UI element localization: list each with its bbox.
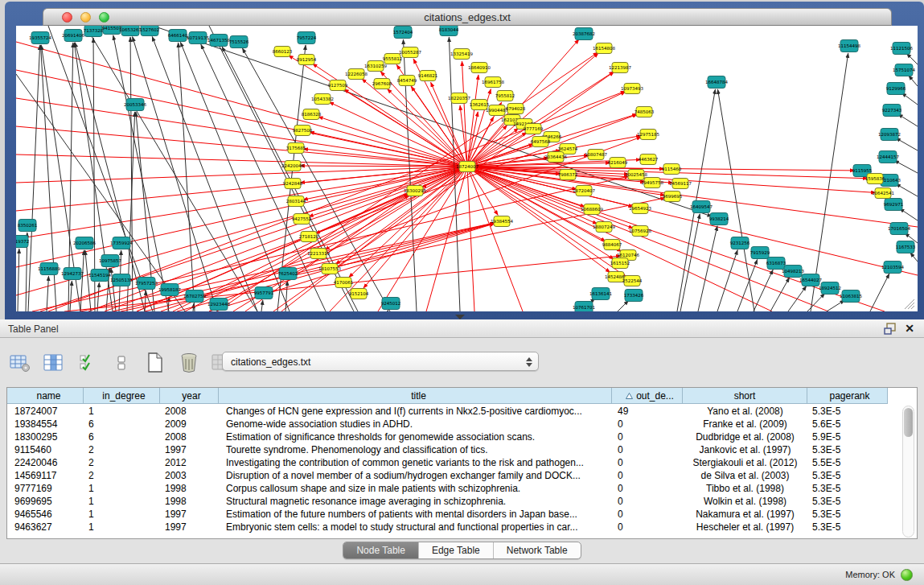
table-cell[interactable]: Dudbridge et al. (2008) [683,431,807,443]
table-cell[interactable]: Estimation of significance thresholds fo… [219,431,612,443]
table-selector[interactable]: citations_edges.txt [222,352,539,371]
table-cell[interactable]: 1 [84,495,160,508]
resize-grip-icon[interactable] [903,299,916,310]
delete-table-icon[interactable] [177,352,201,374]
table-cell[interactable]: 1 [84,482,160,495]
vertical-scrollbar[interactable] [902,406,914,538]
table-cell[interactable]: 2003 [160,469,219,482]
table-cell[interactable]: Tibbo et al. (1998) [683,482,807,495]
table-cell[interactable]: 1997 [160,443,219,456]
table-cell[interactable]: 18300295 [7,431,84,443]
table-row[interactable]: 969969511998Structural magnetic resonanc… [7,495,888,508]
table-cell[interactable]: Hescheler et al. (1997) [683,521,807,534]
table-cell[interactable]: Tourette syndrome. Phenomenology and cla… [219,443,612,456]
table-row[interactable]: 1938455462009Genome-wide association stu… [7,418,888,431]
table-cell[interactable]: 0 [612,443,683,456]
table-cell[interactable]: 9777169 [7,482,84,495]
table-cell[interactable]: 6 [84,418,160,431]
table-cell[interactable]: Franke et al. (2009) [683,418,807,431]
table-cell[interactable]: 5.3E-5 [807,469,888,482]
table-cell[interactable]: 2 [84,456,160,469]
row-height-icon[interactable] [109,352,133,374]
network-canvas[interactable]: 1872400719355724206914067137328941550710… [16,26,918,311]
table-row[interactable]: 1872400712008Changes of HCN gene express… [7,405,888,418]
table-cell[interactable]: 1 [84,508,160,521]
table-cell[interactable]: 0 [612,456,683,469]
table-cell[interactable]: Genome-wide association studies in ADHD. [219,418,612,431]
table-cell[interactable]: 5.3E-5 [807,521,888,534]
table-cell[interactable]: 9115460 [7,443,84,456]
table-cell[interactable]: 5.6E-5 [807,418,888,431]
table-cell[interactable]: 18724007 [7,405,84,418]
splitter-handle-icon[interactable] [455,315,465,319]
table-cell[interactable]: 0 [612,521,683,534]
network-window-titlebar[interactable]: citations_edges.txt [43,8,892,26]
table-cell[interactable]: Nakamura et al. (1997) [683,508,807,521]
table-cell[interactable]: 1998 [160,495,219,508]
table-cell[interactable]: 9463627 [7,521,84,534]
tab-network-table[interactable]: Network Table [493,542,581,558]
table-cell[interactable]: 2008 [160,431,219,443]
scrollbar-thumb[interactable] [904,408,913,437]
select-columns-icon[interactable] [76,352,100,374]
table-cell[interactable]: 22420046 [7,456,84,469]
column-header-short[interactable]: short [683,388,807,404]
show-columns-icon[interactable] [42,352,66,374]
table-cell[interactable]: de Silva et al. (2003) [683,469,807,482]
table-cell[interactable]: 5.3E-5 [807,482,888,495]
column-header-in-degree[interactable]: in_degree [84,388,160,404]
table-cell[interactable]: 2 [84,443,160,456]
column-header-name[interactable]: name [7,388,84,404]
table-cell[interactable]: 19384554 [7,418,84,431]
table-cell[interactable]: Embryonic stem cells: a model to study s… [219,521,612,534]
table-cell[interactable]: Investigating the contribution of common… [219,456,612,469]
table-cell[interactable]: Disruption of a novel member of a sodium… [219,469,612,482]
column-header-title[interactable]: title [219,388,612,404]
table-cell[interactable]: 2 [84,469,160,482]
tab-edge-table[interactable]: Edge Table [418,542,493,558]
table-cell[interactable]: 9699695 [7,495,84,508]
table-cell[interactable]: 5.5E-5 [807,456,888,469]
table-cell[interactable]: 49 [612,405,683,418]
table-cell[interactable]: 0 [612,508,683,521]
table-settings-icon[interactable] [8,352,32,374]
table-row[interactable]: 1456911722003Disruption of a novel membe… [7,469,888,482]
table-cell[interactable]: 0 [612,469,683,482]
table-cell[interactable]: 14569117 [7,469,84,482]
table-cell[interactable]: Yano et al. (2008) [683,405,807,418]
tab-node-table[interactable]: Node Table [343,542,418,558]
table-cell[interactable]: Changes of HCN gene expression and I(f) … [219,405,612,418]
table-cell[interactable]: Estimation of the future numbers of pati… [219,508,612,521]
close-panel-icon[interactable]: ✕ [905,322,914,335]
table-cell[interactable]: 2009 [160,418,219,431]
table-cell[interactable]: 1998 [160,482,219,495]
table-cell[interactable]: 6 [84,431,160,443]
table-cell[interactable]: Jankovic et al. (1997) [683,443,807,456]
table-row[interactable]: 977716911998Corpus callosum shape and si… [7,482,888,495]
table-cell[interactable]: 0 [612,482,683,495]
table-cell[interactable]: Wolkin et al. (1998) [683,495,807,508]
table-cell[interactable]: 2008 [160,405,219,418]
table-cell[interactable]: 1 [84,405,160,418]
table-row[interactable]: 911546021997Tourette syndrome. Phenomeno… [7,443,888,456]
float-window-icon[interactable] [884,323,897,335]
column-header-out-degree[interactable]: out_de... [612,388,683,404]
column-header-pagerank[interactable]: pagerank [807,388,888,404]
table-row[interactable]: 946362711997Embryonic stem cells: a mode… [7,521,888,534]
table-cell[interactable]: 2012 [160,456,219,469]
table-cell[interactable]: 0 [612,418,683,431]
table-cell[interactable]: Corpus callosum shape and size in male p… [219,482,612,495]
column-header-year[interactable]: year [160,388,219,404]
table-cell[interactable]: Stergiakouli et al. (2012) [683,456,807,469]
table-cell[interactable]: 5.3E-5 [807,443,888,456]
table-cell[interactable]: 1997 [160,508,219,521]
table-cell[interactable]: 5.3E-5 [807,405,888,418]
table-cell[interactable]: 5.3E-5 [807,508,888,521]
table-row[interactable]: 2242004622012Investigating the contribut… [7,456,888,469]
new-table-icon[interactable] [143,352,167,374]
table-cell[interactable]: 0 [612,495,683,508]
table-cell[interactable]: 9465546 [7,508,84,521]
table-row[interactable]: 946554611997Estimation of the future num… [7,508,888,521]
table-row[interactable]: 1830029562008Estimation of significance … [7,431,888,443]
table-cell[interactable]: 1997 [160,521,219,534]
